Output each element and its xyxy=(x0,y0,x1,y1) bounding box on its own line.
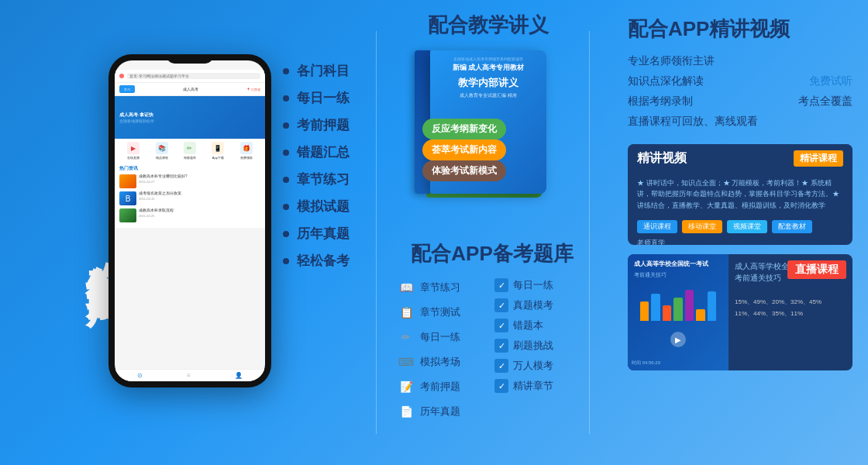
phone-icon-free[interactable]: 🎁 免费领取 xyxy=(240,142,253,160)
phone-close-btn[interactable] xyxy=(119,74,124,78)
video-card-tags: 通识课程 移动课堂 视频课堂 配套教材 老师直学 xyxy=(628,215,852,245)
bar-2 xyxy=(651,294,660,321)
pre-exam-icon: 📝 xyxy=(397,377,415,396)
q-label-chapter: 章节练习 xyxy=(420,281,460,294)
tag-2[interactable]: 移动课堂 xyxy=(682,220,722,233)
live-time: 时间 04:56:20 xyxy=(632,360,660,367)
app-feature-1: 专业名师领衔主讲 xyxy=(628,54,715,68)
book-container: 全国各地成人高考专用辅导系列配套辅导 新编 成人高考专用教材 教学内部讲义 成人… xyxy=(411,46,566,202)
check-brush-icon: ✓ xyxy=(494,339,508,353)
phone-location: 📍 江西省 xyxy=(246,88,260,91)
feature-item-3: 考前押题 xyxy=(283,116,384,134)
check-daily-label: 每日一练 xyxy=(513,278,553,292)
q-item-chapter-test[interactable]: 📋 章节测试 xyxy=(397,303,490,322)
app-icon: 📱 xyxy=(212,142,224,154)
list-icon[interactable]: ≡ xyxy=(187,372,191,379)
news-content-3: 成教高本科录取流程 2021-02-25 xyxy=(139,208,260,218)
tag-1[interactable]: 通识课程 xyxy=(637,220,677,233)
tag-4[interactable]: 配套教材 xyxy=(772,220,812,233)
phone-news-item-1[interactable]: 成教高本科专业哪些比较好? 2021-04-27 xyxy=(119,174,260,188)
phone-url: 首页-学习网法律法规试题学习平台 xyxy=(127,73,260,79)
q-item-mock[interactable]: ⌨ 模拟考场 xyxy=(397,353,490,371)
q-label-daily: 每日一练 xyxy=(420,330,460,344)
q-label-past: 历年真题 xyxy=(420,405,460,418)
question-bank-grid: 📖 章节练习 📋 章节测试 ✏ 每日一练 ⌨ 模拟考场 📝 考前押题 📄 历 xyxy=(388,275,597,424)
check-daily-icon: ✓ xyxy=(494,278,508,292)
news-thumb-3 xyxy=(119,208,136,222)
q-item-chapter[interactable]: 📖 章节练习 xyxy=(397,278,490,297)
live-thumb-title: 成人高等学校全国统一考试 xyxy=(634,260,722,268)
feature-text-8: 轻松备考 xyxy=(297,252,350,270)
feature-dot-1 xyxy=(283,68,289,74)
feature-dot-5 xyxy=(283,177,289,183)
badge-green: 反应考纲新变化 xyxy=(422,119,506,140)
app-features-list: 专业名师领衔主讲 知识点深化解读 免费试听 根据考纲录制 考点全覆盖 直播课程可… xyxy=(628,54,852,129)
check-real-icon: ✓ xyxy=(494,298,508,312)
home-icon[interactable]: ⊙ xyxy=(137,372,143,379)
questions-icon: ✏ xyxy=(184,142,196,154)
feature-dot-4 xyxy=(283,150,289,156)
mock-icon: ⌨ xyxy=(397,353,415,371)
app-feature-2b: 免费试听 xyxy=(809,74,852,88)
bar-5 xyxy=(685,290,694,321)
news-thumb-2: B xyxy=(119,191,136,205)
check-brush-label: 刷题挑战 xyxy=(513,339,553,353)
divider-right xyxy=(589,31,590,434)
feature-text-5: 章节练习 xyxy=(297,170,350,188)
feature-dot-3 xyxy=(283,122,289,129)
check-chapter-label: 精讲章节 xyxy=(513,379,553,393)
feature-item-4: 错题汇总 xyxy=(283,143,384,161)
feature-item-7: 历年真题 xyxy=(283,225,384,243)
live-thumb-sub: 考前通关技巧 xyxy=(634,271,722,279)
badge-yellow: 荟萃考试新内容 xyxy=(422,140,506,160)
video-card-badge: 精讲课程 xyxy=(794,150,843,167)
phone-icon-app[interactable]: 📱 App下载 xyxy=(212,142,224,160)
check-wrong-label: 错题本 xyxy=(513,319,543,332)
chapter-exercise-icon: 📖 xyxy=(397,278,415,297)
video-card-title: 精讲视频 xyxy=(637,150,687,167)
q-item-pre-exam[interactable]: 📝 考前押题 xyxy=(397,377,490,396)
bar-3 xyxy=(663,305,671,321)
book-big-title: 教学内部讲义 xyxy=(436,77,540,89)
phone-screen: 首页-学习网法律法规试题学习平台 学习 成人高考 📍 江西省 成人高考·拿证快 … xyxy=(115,60,265,381)
news-headline-1: 成教高本科专业哪些比较好? xyxy=(139,174,260,179)
feature-text-4: 错题汇总 xyxy=(297,143,350,161)
check-mass-label: 万人模考 xyxy=(513,359,553,373)
person-icon[interactable]: 👤 xyxy=(235,372,243,379)
bar-7 xyxy=(708,291,716,321)
phone-browser-header: 首页-学习网法律法规试题学习平台 xyxy=(115,70,265,83)
teaching-section: 配合教学讲义 全国各地成人高考专用辅导系列配套辅导 新编 成人高考专用教材 教学… xyxy=(388,0,589,225)
q-item-past[interactable]: 📄 历年真题 xyxy=(397,402,490,421)
book-top-text: 全国各地成人高考专用辅导系列配套辅导 xyxy=(436,57,540,61)
feature-text-7: 历年真题 xyxy=(297,225,350,243)
phone-logo: 学习 xyxy=(119,85,135,93)
free-label: 免费领取 xyxy=(240,156,253,160)
feature-item-2: 每日一练 xyxy=(283,89,384,107)
q-item-daily[interactable]: ✏ 每日一练 xyxy=(397,328,490,346)
book-inner-text: 成人教育专业试题汇编·精准 xyxy=(436,92,540,99)
phone-icon-course[interactable]: 📚 精品课程 xyxy=(156,142,168,160)
check-daily: ✓ 每日一练 xyxy=(494,278,587,292)
app-label: App下载 xyxy=(212,156,224,160)
live-card[interactable]: 成人高等学校全国统一考试 考前通关技巧 时间 04:56:20 ▶ xyxy=(628,254,852,370)
app-feature-row-1: 专业名师领衔主讲 xyxy=(628,54,852,68)
phone-icon-questions[interactable]: ✏ 海量题库 xyxy=(184,142,196,160)
phone-news-title: 热门资讯 xyxy=(119,165,260,172)
phone-news-item-2[interactable]: B 成考报名政策之加分政策 2021-03-15 xyxy=(119,191,260,205)
tag-3[interactable]: 视频课堂 xyxy=(727,220,767,233)
live-play-btn[interactable]: ▶ xyxy=(670,332,686,347)
phone-news-item-3[interactable]: 成教高本科录取流程 2021-02-25 xyxy=(119,208,260,222)
feature-item-5: 章节练习 xyxy=(283,170,384,188)
video-card[interactable]: 精讲视频 精讲课程 ★ 讲时话中，知识点全面；★ 万能模板，考前利器！★ 系统精… xyxy=(628,144,852,245)
phone-icon-broadcast[interactable]: ▶ 在线直播 xyxy=(127,142,140,160)
app-video-section: 配合APP精讲视频 专业名师领衔主讲 知识点深化解读 免费试听 根据考纲录制 考… xyxy=(612,0,868,465)
check-mass-icon: ✓ xyxy=(494,359,508,373)
phone-news-section: 热门资讯 成教高本科专业哪些比较好? 2021-04-27 B 成考报名政策之加… xyxy=(115,163,265,228)
phone-nav: 学习 成人高考 📍 江西省 xyxy=(115,83,265,96)
video-card-body: ★ 讲时话中，知识点全面；★ 万能模板，考前利器！★ 系统精讲，帮助把握历年命题… xyxy=(628,173,852,215)
video-card-header: 精讲视频 精讲课程 xyxy=(628,144,852,173)
badge-brown: 体验考试新模式 xyxy=(422,160,506,181)
phone-banner: 成人高考·拿证快 全国各地课程轻松学 xyxy=(115,96,265,139)
phone-notch xyxy=(167,54,213,64)
feature-dot-6 xyxy=(283,204,289,210)
